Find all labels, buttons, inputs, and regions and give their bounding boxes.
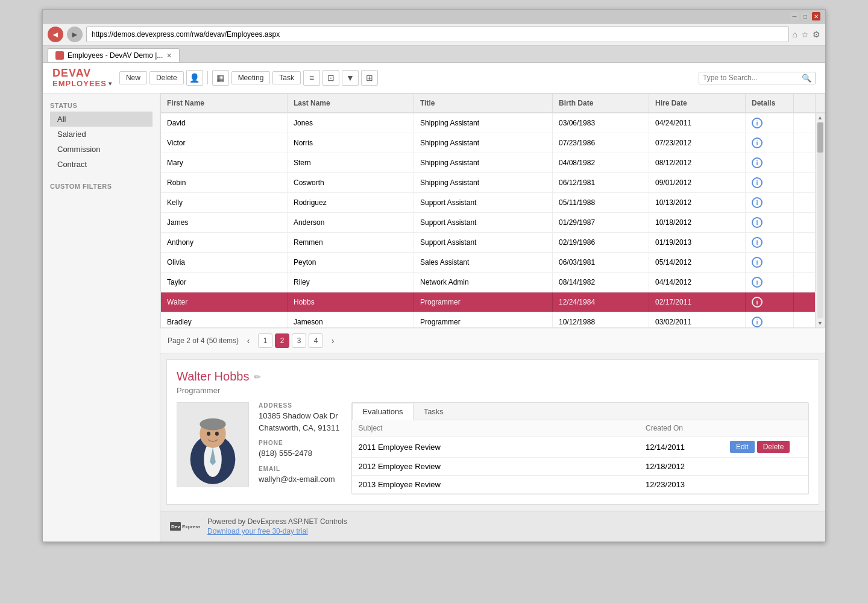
cell-details[interactable]: i: [746, 153, 794, 172]
home-icon[interactable]: ⌂: [793, 30, 797, 39]
sidebar-item-commission[interactable]: Commission: [50, 142, 153, 157]
prev-page-button[interactable]: ‹: [241, 333, 256, 348]
tab-tasks[interactable]: Tasks: [414, 403, 454, 420]
back-button[interactable]: ◄: [48, 27, 63, 42]
tab-evaluations[interactable]: Evaluations: [352, 403, 413, 420]
cell-hire-date: 04/14/2012: [649, 273, 746, 292]
table-row[interactable]: Bradley Jameson Programmer 10/12/1988 03…: [161, 312, 815, 327]
browser-tab[interactable]: Employees - DevAV Demo |... ✕: [48, 48, 180, 62]
meeting-button[interactable]: Meeting: [231, 71, 271, 84]
cell-details[interactable]: i: [746, 193, 794, 212]
cell-hire-date: 10/13/2012: [649, 193, 746, 212]
sidebar-item-salaried[interactable]: Salaried: [50, 127, 153, 142]
table-row[interactable]: James Anderson Support Assistant 01/29/1…: [161, 213, 815, 233]
filter-icon[interactable]: ▼: [342, 70, 359, 86]
delete-button[interactable]: Delete: [757, 441, 790, 453]
sidebar-item-contract[interactable]: Contract: [50, 157, 153, 172]
logo-employees: EMPLOYEES ▾: [52, 80, 112, 88]
search-input[interactable]: [703, 74, 799, 82]
info-icon[interactable]: i: [752, 237, 763, 248]
info-icon[interactable]: i: [752, 137, 763, 148]
footer-download-link[interactable]: Download your free 30-day trial: [207, 527, 347, 535]
gear-icon[interactable]: ⚙: [813, 30, 820, 39]
eval-row[interactable]: 2012 Employee Review 12/18/2012: [352, 458, 808, 476]
page-4-button[interactable]: 4: [309, 333, 323, 348]
cell-details[interactable]: i: [746, 113, 794, 133]
cell-details[interactable]: i: [746, 173, 794, 192]
table-row[interactable]: Robin Cosworth Shipping Assistant 06/12/…: [161, 173, 815, 193]
cell-birth-date: 08/14/1982: [553, 273, 649, 292]
info-icon[interactable]: i: [752, 118, 763, 128]
address-bar[interactable]: [86, 27, 789, 42]
scroll-down-icon[interactable]: ▼: [816, 319, 824, 327]
cell-details[interactable]: i: [746, 253, 794, 272]
sidebar-status-section: STATUS All Salaried Commission Contract: [43, 98, 160, 174]
split-view-icon[interactable]: ⊡: [322, 70, 339, 86]
maximize-button[interactable]: □: [801, 12, 810, 21]
close-button[interactable]: ✕: [812, 12, 820, 21]
cell-title: Shipping Assistant: [414, 173, 553, 192]
cell-last-name: Norris: [288, 133, 414, 153]
grid-header-row: First Name Last Name Title Birth Date Hi…: [161, 94, 825, 113]
info-icon[interactable]: i: [752, 217, 763, 228]
info-icon[interactable]: i: [752, 177, 763, 188]
info-icon[interactable]: i: [752, 197, 763, 208]
next-page-button[interactable]: ›: [326, 333, 340, 348]
info-icon[interactable]: i: [752, 257, 763, 268]
info-icon[interactable]: i: [752, 297, 763, 308]
scrollbar-track[interactable]: ▲ ▼: [815, 113, 825, 327]
col-birth-date[interactable]: Birth Date: [553, 94, 649, 112]
table-row[interactable]: Kelly Rodriguez Support Assistant 05/11/…: [161, 193, 815, 213]
col-hire-date[interactable]: Hire Date: [649, 94, 746, 112]
edit-button[interactable]: Edit: [730, 441, 755, 453]
cell-details[interactable]: i: [746, 292, 794, 312]
minimize-button[interactable]: ─: [790, 12, 799, 21]
table-row[interactable]: Walter Hobbs Programmer 12/24/1984 02/17…: [161, 292, 815, 312]
browser-titlebar: ─ □ ✕: [43, 10, 825, 24]
card-view-icon[interactable]: ▦: [212, 70, 229, 86]
eval-row[interactable]: 2013 Employee Review 12/23/2013: [352, 476, 808, 494]
page-3-button[interactable]: 3: [292, 333, 306, 348]
info-icon[interactable]: i: [752, 317, 763, 327]
star-icon[interactable]: ☆: [801, 30, 809, 39]
footer-text-section: Powered by DevExpress ASP.NET Controls D…: [207, 517, 347, 535]
new-button[interactable]: New: [119, 71, 147, 84]
info-icon[interactable]: i: [752, 157, 763, 168]
cell-details[interactable]: i: [746, 273, 794, 292]
col-title[interactable]: Title: [414, 94, 553, 112]
cell-details[interactable]: i: [746, 233, 794, 252]
cell-details[interactable]: i: [746, 133, 794, 153]
eval-row[interactable]: 2011 Employee Review 12/14/2011 Edit Del…: [352, 437, 808, 458]
employees-dropdown-icon[interactable]: ▾: [108, 80, 112, 87]
sidebar-item-all[interactable]: All: [50, 112, 153, 127]
col-details[interactable]: Details: [746, 94, 794, 112]
list-view-icon[interactable]: ≡: [303, 70, 320, 86]
cell-details[interactable]: i: [746, 312, 794, 327]
scroll-up-icon[interactable]: ▲: [816, 113, 824, 122]
cell-details[interactable]: i: [746, 213, 794, 232]
table-row[interactable]: Anthony Remmen Support Assistant 02/19/1…: [161, 233, 815, 253]
address-label: ADDRESS: [259, 402, 339, 409]
table-row[interactable]: David Jones Shipping Assistant 03/06/198…: [161, 113, 815, 133]
info-icon[interactable]: i: [752, 277, 763, 288]
edit-pencil-icon[interactable]: ✏: [254, 372, 261, 382]
page-2-button[interactable]: 2: [275, 333, 289, 348]
column-chooser-icon[interactable]: ⊞: [361, 70, 378, 86]
col-last-name[interactable]: Last Name: [288, 94, 414, 112]
cell-hire-date: 01/19/2013: [649, 233, 746, 252]
table-row[interactable]: Victor Norris Shipping Assistant 07/23/1…: [161, 133, 815, 153]
delete-button[interactable]: Delete: [149, 71, 184, 84]
employee-title: Programmer: [177, 386, 809, 395]
forward-button[interactable]: ►: [67, 27, 83, 42]
page-1-button[interactable]: 1: [258, 333, 272, 348]
table-row[interactable]: Mary Stern Shipping Assistant 04/08/1982…: [161, 153, 815, 173]
person-add-icon[interactable]: 👤: [186, 70, 203, 86]
table-row[interactable]: Taylor Riley Network Admin 08/14/1982 04…: [161, 273, 815, 292]
table-row[interactable]: Olivia Peyton Sales Assistant 06/03/1981…: [161, 253, 815, 273]
cell-last-name: Anderson: [288, 213, 414, 232]
task-button[interactable]: Task: [272, 71, 301, 84]
scroll-thumb[interactable]: [817, 122, 823, 153]
tab-close-icon[interactable]: ✕: [166, 52, 172, 60]
col-first-name[interactable]: First Name: [161, 94, 288, 112]
cell-title: Support Assistant: [414, 233, 553, 252]
